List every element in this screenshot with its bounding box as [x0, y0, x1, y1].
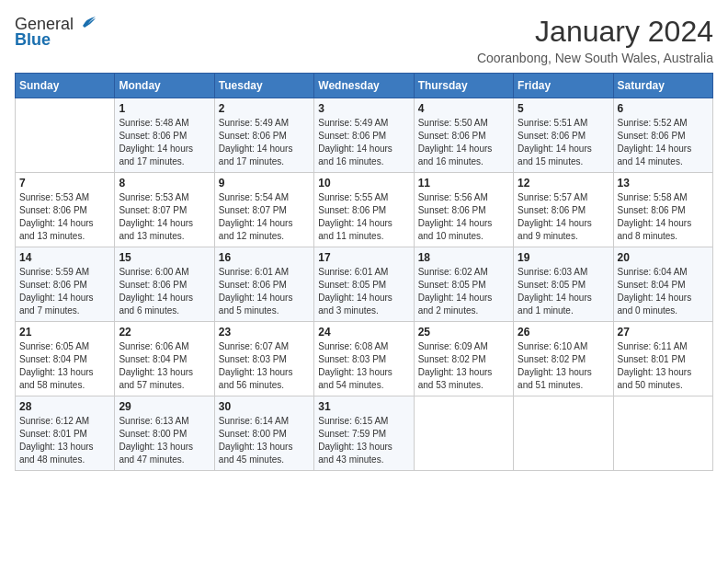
day-info: Sunrise: 5:51 AM Sunset: 8:06 PM Dayligh… — [518, 117, 609, 168]
calendar-cell: 2Sunrise: 5:49 AM Sunset: 8:06 PM Daylig… — [214, 98, 313, 173]
weekday-header: Tuesday — [214, 74, 313, 98]
calendar-table: SundayMondayTuesdayWednesdayThursdayFrid… — [15, 73, 713, 471]
calendar-cell: 3Sunrise: 5:49 AM Sunset: 8:06 PM Daylig… — [314, 98, 414, 173]
day-number: 3 — [318, 102, 409, 115]
day-info: Sunrise: 6:14 AM Sunset: 8:00 PM Dayligh… — [219, 415, 310, 466]
calendar-cell: 31Sunrise: 6:15 AM Sunset: 7:59 PM Dayli… — [314, 396, 414, 471]
calendar-cell: 24Sunrise: 6:08 AM Sunset: 8:03 PM Dayli… — [314, 322, 414, 396]
day-number: 27 — [618, 326, 709, 339]
day-info: Sunrise: 5:48 AM Sunset: 8:06 PM Dayligh… — [119, 117, 210, 168]
weekday-header: Wednesday — [314, 74, 414, 98]
day-number: 26 — [518, 326, 609, 339]
day-number: 10 — [318, 177, 409, 190]
day-info: Sunrise: 6:05 AM Sunset: 8:04 PM Dayligh… — [19, 340, 110, 392]
day-number: 4 — [418, 102, 509, 115]
day-info: Sunrise: 5:56 AM Sunset: 8:06 PM Dayligh… — [418, 191, 509, 243]
day-info: Sunrise: 6:03 AM Sunset: 8:05 PM Dayligh… — [518, 266, 609, 317]
day-number: 23 — [219, 326, 310, 339]
calendar-cell: 22Sunrise: 6:06 AM Sunset: 8:04 PM Dayli… — [115, 322, 214, 396]
title-section: January 2024 Cooranbong, New South Wales… — [477, 15, 713, 65]
location: Cooranbong, New South Wales, Australia — [477, 51, 713, 65]
day-info: Sunrise: 5:59 AM Sunset: 8:06 PM Dayligh… — [19, 266, 110, 317]
weekday-header: Monday — [115, 74, 214, 98]
day-info: Sunrise: 6:01 AM Sunset: 8:05 PM Dayligh… — [318, 266, 409, 317]
calendar-cell: 26Sunrise: 6:10 AM Sunset: 8:02 PM Dayli… — [514, 322, 613, 396]
calendar-week-row: 1Sunrise: 5:48 AM Sunset: 8:06 PM Daylig… — [16, 98, 713, 173]
day-number: 11 — [418, 177, 509, 190]
day-number: 18 — [418, 251, 509, 264]
calendar-cell: 8Sunrise: 5:53 AM Sunset: 8:07 PM Daylig… — [115, 173, 214, 247]
day-info: Sunrise: 5:57 AM Sunset: 8:06 PM Dayligh… — [518, 191, 609, 243]
day-number: 15 — [119, 251, 210, 264]
calendar-cell: 12Sunrise: 5:57 AM Sunset: 8:06 PM Dayli… — [514, 173, 613, 247]
logo-blue-text: Blue — [15, 30, 51, 50]
calendar-week-row: 14Sunrise: 5:59 AM Sunset: 8:06 PM Dayli… — [16, 247, 713, 322]
day-number: 30 — [219, 400, 310, 413]
calendar-cell: 30Sunrise: 6:14 AM Sunset: 8:00 PM Dayli… — [214, 396, 313, 471]
logo: General Blue — [15, 15, 96, 50]
day-info: Sunrise: 6:10 AM Sunset: 8:02 PM Dayligh… — [518, 340, 609, 392]
calendar-cell — [414, 396, 513, 471]
month-title: January 2024 — [477, 15, 713, 49]
day-number: 19 — [518, 251, 609, 264]
calendar-cell: 19Sunrise: 6:03 AM Sunset: 8:05 PM Dayli… — [514, 247, 613, 322]
day-info: Sunrise: 6:13 AM Sunset: 8:00 PM Dayligh… — [119, 415, 210, 466]
day-number: 16 — [219, 251, 310, 264]
calendar-cell: 25Sunrise: 6:09 AM Sunset: 8:02 PM Dayli… — [414, 322, 513, 396]
day-number: 22 — [119, 326, 210, 339]
calendar-week-row: 7Sunrise: 5:53 AM Sunset: 8:06 PM Daylig… — [16, 173, 713, 247]
day-info: Sunrise: 5:54 AM Sunset: 8:07 PM Dayligh… — [219, 191, 310, 243]
calendar-cell: 29Sunrise: 6:13 AM Sunset: 8:00 PM Dayli… — [115, 396, 214, 471]
calendar-cell: 7Sunrise: 5:53 AM Sunset: 8:06 PM Daylig… — [16, 173, 115, 247]
day-info: Sunrise: 6:02 AM Sunset: 8:05 PM Dayligh… — [418, 266, 509, 317]
calendar-cell: 28Sunrise: 6:12 AM Sunset: 8:01 PM Dayli… — [16, 396, 115, 471]
logo-bird-icon — [75, 15, 96, 31]
day-info: Sunrise: 6:06 AM Sunset: 8:04 PM Dayligh… — [119, 340, 210, 392]
calendar-cell — [16, 98, 115, 173]
day-number: 1 — [119, 102, 210, 115]
day-number: 9 — [219, 177, 310, 190]
calendar-cell: 14Sunrise: 5:59 AM Sunset: 8:06 PM Dayli… — [16, 247, 115, 322]
day-info: Sunrise: 6:08 AM Sunset: 8:03 PM Dayligh… — [318, 340, 409, 392]
day-info: Sunrise: 6:00 AM Sunset: 8:06 PM Dayligh… — [119, 266, 210, 317]
day-info: Sunrise: 5:49 AM Sunset: 8:06 PM Dayligh… — [219, 117, 310, 168]
calendar-cell: 17Sunrise: 6:01 AM Sunset: 8:05 PM Dayli… — [314, 247, 414, 322]
day-info: Sunrise: 5:53 AM Sunset: 8:07 PM Dayligh… — [119, 191, 210, 243]
day-info: Sunrise: 6:12 AM Sunset: 8:01 PM Dayligh… — [19, 415, 110, 466]
calendar-cell: 15Sunrise: 6:00 AM Sunset: 8:06 PM Dayli… — [115, 247, 214, 322]
calendar-cell: 20Sunrise: 6:04 AM Sunset: 8:04 PM Dayli… — [613, 247, 712, 322]
weekday-header: Saturday — [613, 74, 712, 98]
day-number: 24 — [318, 326, 409, 339]
calendar-cell: 6Sunrise: 5:52 AM Sunset: 8:06 PM Daylig… — [613, 98, 712, 173]
weekday-header: Thursday — [414, 74, 513, 98]
header-row: SundayMondayTuesdayWednesdayThursdayFrid… — [16, 74, 713, 98]
day-number: 5 — [518, 102, 609, 115]
day-number: 14 — [19, 251, 110, 264]
calendar-cell — [514, 396, 613, 471]
calendar-cell: 4Sunrise: 5:50 AM Sunset: 8:06 PM Daylig… — [414, 98, 513, 173]
day-info: Sunrise: 6:09 AM Sunset: 8:02 PM Dayligh… — [418, 340, 509, 392]
weekday-header: Sunday — [16, 74, 115, 98]
calendar-cell: 21Sunrise: 6:05 AM Sunset: 8:04 PM Dayli… — [16, 322, 115, 396]
day-info: Sunrise: 6:07 AM Sunset: 8:03 PM Dayligh… — [219, 340, 310, 392]
calendar-cell: 5Sunrise: 5:51 AM Sunset: 8:06 PM Daylig… — [514, 98, 613, 173]
day-number: 13 — [618, 177, 709, 190]
day-info: Sunrise: 6:15 AM Sunset: 7:59 PM Dayligh… — [318, 415, 409, 466]
day-number: 31 — [318, 400, 409, 413]
day-number: 29 — [119, 400, 210, 413]
day-number: 28 — [19, 400, 110, 413]
day-info: Sunrise: 6:04 AM Sunset: 8:04 PM Dayligh… — [618, 266, 709, 317]
weekday-header: Friday — [514, 74, 613, 98]
day-number: 20 — [618, 251, 709, 264]
day-info: Sunrise: 5:50 AM Sunset: 8:06 PM Dayligh… — [418, 117, 509, 168]
calendar-cell: 27Sunrise: 6:11 AM Sunset: 8:01 PM Dayli… — [613, 322, 712, 396]
calendar-cell: 18Sunrise: 6:02 AM Sunset: 8:05 PM Dayli… — [414, 247, 513, 322]
day-number: 7 — [19, 177, 110, 190]
day-info: Sunrise: 6:11 AM Sunset: 8:01 PM Dayligh… — [618, 340, 709, 392]
day-info: Sunrise: 6:01 AM Sunset: 8:06 PM Dayligh… — [219, 266, 310, 317]
calendar-cell: 13Sunrise: 5:58 AM Sunset: 8:06 PM Dayli… — [613, 173, 712, 247]
calendar-cell: 23Sunrise: 6:07 AM Sunset: 8:03 PM Dayli… — [214, 322, 313, 396]
calendar-week-row: 28Sunrise: 6:12 AM Sunset: 8:01 PM Dayli… — [16, 396, 713, 471]
day-number: 25 — [418, 326, 509, 339]
calendar-cell: 1Sunrise: 5:48 AM Sunset: 8:06 PM Daylig… — [115, 98, 214, 173]
